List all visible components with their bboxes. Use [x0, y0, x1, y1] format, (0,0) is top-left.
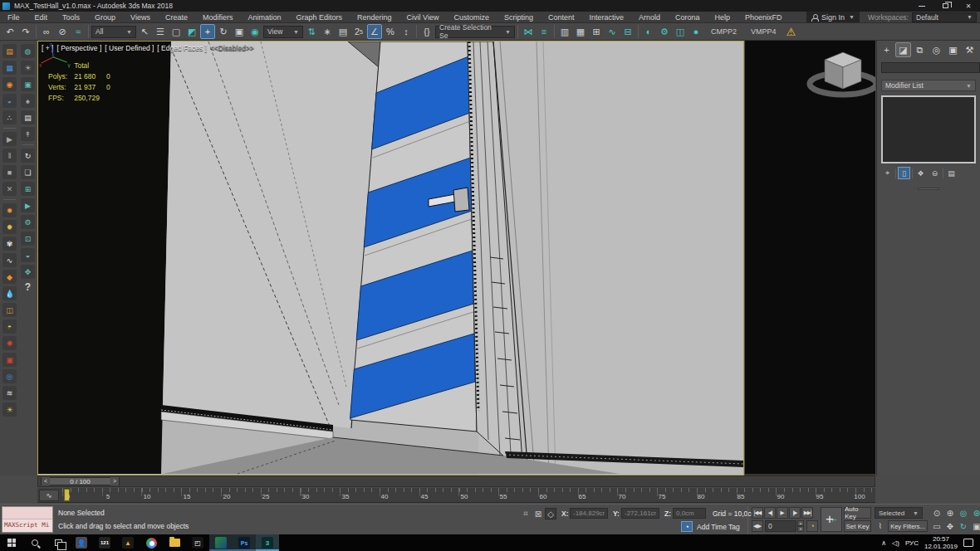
- close-button[interactable]: ✕: [957, 0, 980, 12]
- menu-civil-view[interactable]: Civil View: [399, 12, 447, 23]
- beach-preset-icon[interactable]: ☀: [2, 402, 17, 417]
- sun-icon[interactable]: ☀: [21, 61, 35, 75]
- autodesk-app-icon[interactable]: ▲: [116, 534, 140, 551]
- teapot-icon[interactable]: ◒: [21, 248, 35, 262]
- menu-phoenixfd[interactable]: PhoenixFD: [737, 12, 790, 23]
- tree-icon[interactable]: ↟: [21, 127, 35, 141]
- render-production-icon[interactable]: ●: [688, 24, 703, 39]
- red-burst-preset-icon[interactable]: ✺: [2, 336, 17, 350]
- time-configuration-icon[interactable]: ◔: [806, 520, 818, 532]
- remove-modifier-icon[interactable]: ⊖: [929, 167, 941, 179]
- restore-button[interactable]: [933, 0, 957, 12]
- go-to-end-button[interactable]: ▶▶|: [801, 507, 813, 519]
- fire-preset-icon[interactable]: ◉: [2, 77, 17, 91]
- menu-content[interactable]: Content: [541, 12, 582, 23]
- keyboard-override-icon[interactable]: ▤: [336, 24, 350, 39]
- set-key-button[interactable]: Set Key: [844, 520, 871, 532]
- box-preset-icon[interactable]: ▣: [2, 353, 17, 367]
- x-coordinate-field[interactable]: [570, 508, 608, 519]
- light-bulb-icon[interactable]: ◍: [21, 44, 35, 58]
- show-end-result-icon[interactable]: ▯: [898, 167, 910, 179]
- volume-icon[interactable]: ◁): [892, 539, 899, 547]
- menu-arnold[interactable]: Arnold: [631, 12, 668, 23]
- zoom-extents-all-icon[interactable]: ⊛: [971, 507, 980, 519]
- sign-in-button[interactable]: Sign In ▼: [806, 12, 860, 22]
- menu-file[interactable]: File: [0, 12, 27, 23]
- render-setup-icon[interactable]: ⚙: [657, 24, 672, 39]
- add-time-tag[interactable]: Add Time Tag: [697, 523, 740, 531]
- spinner-snap-icon[interactable]: ↕: [399, 24, 414, 39]
- trees-icon[interactable]: ♠: [21, 94, 35, 108]
- frame-spinner[interactable]: ▲▼: [797, 520, 804, 532]
- unlink-selection-icon[interactable]: ⊘: [55, 24, 70, 39]
- gears-icon[interactable]: ⚙: [21, 215, 35, 229]
- zoom-region-icon[interactable]: ▭: [931, 520, 943, 532]
- viewport-shading-menu[interactable]: [ Edged Faces ]: [157, 44, 207, 52]
- frame-plus-icon[interactable]: ⊞: [21, 182, 35, 196]
- menu-tools[interactable]: Tools: [55, 12, 87, 23]
- menu-rendering[interactable]: Rendering: [350, 12, 399, 23]
- rope-preset-icon[interactable]: ∿: [2, 253, 17, 267]
- menu-help[interactable]: Help: [708, 12, 738, 23]
- absolute-mode-icon[interactable]: ◇: [545, 508, 556, 519]
- camera-icon[interactable]: ▣: [21, 77, 35, 91]
- minimize-button[interactable]: [910, 0, 933, 12]
- rect-selection-region-icon[interactable]: ▢: [169, 24, 184, 39]
- liquid-container-icon[interactable]: ▤: [2, 44, 17, 58]
- tab-create[interactable]: +: [879, 42, 894, 57]
- custom-script-button-cmpp2[interactable]: CMPP2: [704, 27, 743, 36]
- beer-preset-icon[interactable]: ◫: [2, 303, 17, 317]
- menu-interactive[interactable]: Interactive: [581, 12, 631, 23]
- named-selection-dropdown[interactable]: Create Selection Se▼: [435, 26, 515, 38]
- go-to-start-button[interactable]: |◀◀: [752, 507, 763, 519]
- start-button[interactable]: [0, 534, 23, 551]
- perspective-viewport[interactable]: [ + ] [ Perspective ] [ User Defined ] […: [37, 41, 744, 475]
- layer-explorer-icon[interactable]: ▦: [573, 24, 588, 39]
- mini-curve-editor-icon[interactable]: ∿: [39, 490, 59, 501]
- menu-graph-editors[interactable]: Graph Editors: [288, 12, 350, 23]
- mirror-icon[interactable]: ⋈: [521, 24, 536, 39]
- play-sim-icon[interactable]: ▶: [2, 132, 17, 146]
- select-and-place-icon[interactable]: ◉: [247, 24, 262, 39]
- lava-drop-preset-icon[interactable]: ◆: [2, 270, 17, 284]
- default-tangent-icon[interactable]: ⌇: [875, 520, 886, 532]
- maximize-viewport-icon[interactable]: ▣: [971, 520, 980, 532]
- menu-edit[interactable]: Edit: [27, 12, 56, 23]
- modifier-list-dropdown[interactable]: Modifier List ▼: [881, 80, 976, 91]
- curve-editor-icon[interactable]: ∿: [605, 24, 620, 39]
- zoom-icon[interactable]: ⊙: [931, 507, 943, 519]
- tab-hierarchy[interactable]: ⧉: [912, 42, 928, 57]
- configure-modifier-sets-icon[interactable]: ▤: [945, 167, 958, 179]
- node-icon[interactable]: ✥: [21, 265, 35, 279]
- selection-set-filter-dropdown[interactable]: Selected ▼: [875, 507, 923, 519]
- next-frame-arrow[interactable]: >: [110, 477, 119, 485]
- bind-to-spacewarp-icon[interactable]: ≈: [71, 24, 86, 39]
- angle-snap-icon[interactable]: ∠: [367, 24, 382, 39]
- whirlpool-preset-icon[interactable]: ◎: [2, 369, 17, 383]
- layers-icon[interactable]: ❏: [21, 165, 35, 179]
- notification-center-icon[interactable]: [963, 539, 973, 547]
- photoshop-icon[interactable]: Ps: [233, 534, 256, 551]
- panel-splitter[interactable]: [877, 186, 980, 191]
- selection-lock-icon[interactable]: ⊠: [532, 508, 544, 519]
- named-sets-icon[interactable]: {}: [419, 24, 434, 39]
- previous-frame-button[interactable]: ◀|: [764, 507, 776, 519]
- menu-views[interactable]: Views: [123, 12, 158, 23]
- tab-motion[interactable]: ◎: [929, 42, 944, 57]
- ocean-preset-icon[interactable]: ◒: [2, 94, 17, 108]
- preview-app-icon[interactable]: [209, 534, 233, 551]
- menu-animation[interactable]: Animation: [240, 12, 288, 23]
- pause-sim-icon[interactable]: ‖: [2, 149, 17, 163]
- workspace-dropdown[interactable]: Default ▼: [912, 12, 977, 22]
- custom-script-button-vmpp4[interactable]: VMPP4: [744, 27, 783, 36]
- monitor-icon[interactable]: ⊡: [21, 232, 35, 246]
- search-icon[interactable]: [23, 534, 47, 551]
- clock-icon[interactable]: ◔: [681, 521, 693, 532]
- explosion-preset-icon[interactable]: ✸: [2, 203, 17, 217]
- secondary-viewport[interactable]: [745, 41, 875, 475]
- smoke-swirl-preset-icon[interactable]: ✾: [2, 236, 17, 251]
- percent-snap-icon[interactable]: %: [383, 24, 398, 39]
- language-indicator[interactable]: РУС: [905, 539, 919, 547]
- y-coordinate-field[interactable]: [621, 508, 659, 519]
- time-slider-track[interactable]: < 0 / 100 >: [37, 475, 875, 487]
